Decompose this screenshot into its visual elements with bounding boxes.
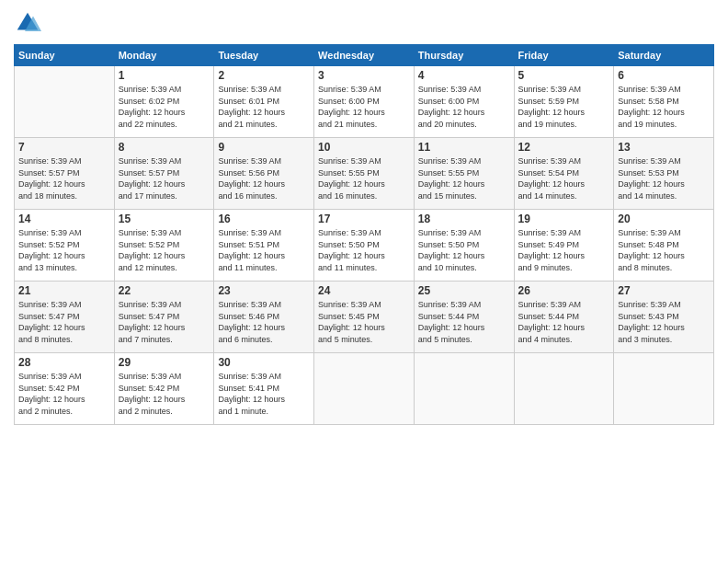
page: SundayMondayTuesdayWednesdayThursdayFrid… [0, 0, 728, 563]
day-info: Sunrise: 5:39 AM Sunset: 5:47 PM Dayligh… [119, 299, 210, 345]
day-info: Sunrise: 5:39 AM Sunset: 5:57 PM Dayligh… [119, 155, 210, 201]
calendar-cell: 2Sunrise: 5:39 AM Sunset: 6:01 PM Daylig… [214, 66, 314, 138]
day-number: 2 [218, 69, 310, 82]
day-info: Sunrise: 5:39 AM Sunset: 5:43 PM Dayligh… [618, 299, 710, 345]
calendar-cell: 4Sunrise: 5:39 AM Sunset: 6:00 PM Daylig… [414, 66, 514, 138]
day-info: Sunrise: 5:39 AM Sunset: 5:52 PM Dayligh… [119, 227, 210, 273]
calendar-cell: 14Sunrise: 5:39 AM Sunset: 5:52 PM Dayli… [15, 210, 115, 282]
day-number: 14 [18, 213, 110, 225]
day-info: Sunrise: 5:39 AM Sunset: 5:44 PM Dayligh… [418, 299, 510, 345]
day-info: Sunrise: 5:39 AM Sunset: 5:55 PM Dayligh… [418, 155, 510, 201]
calendar-cell: 8Sunrise: 5:39 AM Sunset: 5:57 PM Daylig… [114, 138, 214, 210]
day-number: 21 [18, 284, 110, 297]
day-number: 20 [618, 213, 710, 225]
day-info: Sunrise: 5:39 AM Sunset: 5:50 PM Dayligh… [418, 227, 510, 273]
day-info: Sunrise: 5:39 AM Sunset: 5:51 PM Dayligh… [218, 227, 310, 273]
header-friday: Friday [514, 45, 614, 66]
week-row-1: 7Sunrise: 5:39 AM Sunset: 5:57 PM Daylig… [15, 138, 714, 210]
calendar-cell: 30Sunrise: 5:39 AM Sunset: 5:41 PM Dayli… [214, 353, 314, 425]
day-info: Sunrise: 5:39 AM Sunset: 6:00 PM Dayligh… [418, 84, 510, 130]
header-monday: Monday [114, 45, 214, 66]
header-wednesday: Wednesday [314, 45, 415, 66]
calendar-header-row: SundayMondayTuesdayWednesdayThursdayFrid… [15, 45, 714, 66]
day-info: Sunrise: 5:39 AM Sunset: 5:56 PM Dayligh… [218, 155, 310, 201]
calendar-cell: 11Sunrise: 5:39 AM Sunset: 5:55 PM Dayli… [414, 138, 514, 210]
day-info: Sunrise: 5:39 AM Sunset: 5:58 PM Dayligh… [618, 84, 710, 130]
calendar-cell: 15Sunrise: 5:39 AM Sunset: 5:52 PM Dayli… [114, 210, 214, 282]
day-info: Sunrise: 5:39 AM Sunset: 5:57 PM Dayligh… [18, 155, 110, 201]
day-number: 12 [518, 141, 610, 154]
calendar-cell: 10Sunrise: 5:39 AM Sunset: 5:55 PM Dayli… [314, 138, 415, 210]
day-number: 15 [119, 213, 210, 225]
day-number: 19 [518, 213, 610, 225]
calendar-cell: 1Sunrise: 5:39 AM Sunset: 6:02 PM Daylig… [114, 66, 214, 138]
calendar-cell [15, 66, 115, 138]
calendar-cell [414, 353, 514, 425]
week-row-2: 14Sunrise: 5:39 AM Sunset: 5:52 PM Dayli… [15, 210, 714, 282]
calendar-cell: 25Sunrise: 5:39 AM Sunset: 5:44 PM Dayli… [414, 282, 514, 353]
calendar-cell: 28Sunrise: 5:39 AM Sunset: 5:42 PM Dayli… [15, 353, 115, 425]
day-number: 5 [518, 69, 610, 82]
calendar-cell: 5Sunrise: 5:39 AM Sunset: 5:59 PM Daylig… [514, 66, 614, 138]
day-number: 29 [119, 356, 210, 369]
day-info: Sunrise: 5:39 AM Sunset: 5:52 PM Dayligh… [18, 227, 110, 273]
calendar-cell: 18Sunrise: 5:39 AM Sunset: 5:50 PM Dayli… [414, 210, 514, 282]
calendar-cell: 19Sunrise: 5:39 AM Sunset: 5:49 PM Dayli… [514, 210, 614, 282]
day-number: 16 [218, 213, 310, 225]
day-number: 26 [518, 284, 610, 297]
calendar-cell: 24Sunrise: 5:39 AM Sunset: 5:45 PM Dayli… [314, 282, 415, 353]
header-tuesday: Tuesday [214, 45, 314, 66]
day-info: Sunrise: 5:39 AM Sunset: 6:01 PM Dayligh… [218, 84, 310, 130]
logo-icon [14, 9, 41, 37]
day-info: Sunrise: 5:39 AM Sunset: 6:00 PM Dayligh… [318, 84, 410, 130]
calendar-cell: 16Sunrise: 5:39 AM Sunset: 5:51 PM Dayli… [214, 210, 314, 282]
calendar-cell: 12Sunrise: 5:39 AM Sunset: 5:54 PM Dayli… [514, 138, 614, 210]
day-info: Sunrise: 5:39 AM Sunset: 5:53 PM Dayligh… [618, 155, 710, 201]
day-number: 8 [119, 141, 210, 154]
day-number: 28 [18, 356, 110, 369]
week-row-4: 28Sunrise: 5:39 AM Sunset: 5:42 PM Dayli… [15, 353, 714, 425]
calendar-table: SundayMondayTuesdayWednesdayThursdayFrid… [14, 44, 714, 425]
calendar-cell [614, 353, 714, 425]
day-info: Sunrise: 5:39 AM Sunset: 6:02 PM Dayligh… [119, 84, 210, 130]
calendar-cell: 23Sunrise: 5:39 AM Sunset: 5:46 PM Dayli… [214, 282, 314, 353]
calendar-cell: 26Sunrise: 5:39 AM Sunset: 5:44 PM Dayli… [514, 282, 614, 353]
calendar-cell: 22Sunrise: 5:39 AM Sunset: 5:47 PM Dayli… [114, 282, 214, 353]
day-number: 7 [18, 141, 110, 154]
header-sunday: Sunday [15, 45, 115, 66]
day-number: 11 [418, 141, 510, 154]
day-number: 23 [218, 284, 310, 297]
day-number: 17 [318, 213, 410, 225]
day-info: Sunrise: 5:39 AM Sunset: 5:55 PM Dayligh… [318, 155, 410, 201]
day-info: Sunrise: 5:39 AM Sunset: 5:54 PM Dayligh… [518, 155, 610, 201]
day-info: Sunrise: 5:39 AM Sunset: 5:49 PM Dayligh… [518, 227, 610, 273]
day-info: Sunrise: 5:39 AM Sunset: 5:44 PM Dayligh… [518, 299, 610, 345]
day-info: Sunrise: 5:39 AM Sunset: 5:42 PM Dayligh… [18, 371, 110, 417]
day-info: Sunrise: 5:39 AM Sunset: 5:48 PM Dayligh… [618, 227, 710, 273]
day-number: 9 [218, 141, 310, 154]
calendar-cell: 29Sunrise: 5:39 AM Sunset: 5:42 PM Dayli… [114, 353, 214, 425]
day-number: 4 [418, 69, 510, 82]
calendar-cell: 17Sunrise: 5:39 AM Sunset: 5:50 PM Dayli… [314, 210, 415, 282]
calendar-cell: 21Sunrise: 5:39 AM Sunset: 5:47 PM Dayli… [15, 282, 115, 353]
day-number: 25 [418, 284, 510, 297]
day-info: Sunrise: 5:39 AM Sunset: 5:46 PM Dayligh… [218, 299, 310, 345]
day-number: 24 [318, 284, 410, 297]
day-number: 27 [618, 284, 710, 297]
header-thursday: Thursday [414, 45, 514, 66]
logo [14, 9, 43, 37]
calendar-cell [314, 353, 415, 425]
calendar-cell: 6Sunrise: 5:39 AM Sunset: 5:58 PM Daylig… [614, 66, 714, 138]
week-row-0: 1Sunrise: 5:39 AM Sunset: 6:02 PM Daylig… [15, 66, 714, 138]
calendar-cell: 7Sunrise: 5:39 AM Sunset: 5:57 PM Daylig… [15, 138, 115, 210]
day-info: Sunrise: 5:39 AM Sunset: 5:47 PM Dayligh… [18, 299, 110, 345]
day-info: Sunrise: 5:39 AM Sunset: 5:59 PM Dayligh… [518, 84, 610, 130]
day-info: Sunrise: 5:39 AM Sunset: 5:42 PM Dayligh… [119, 371, 210, 417]
calendar-cell: 9Sunrise: 5:39 AM Sunset: 5:56 PM Daylig… [214, 138, 314, 210]
header-saturday: Saturday [614, 45, 714, 66]
calendar-cell [514, 353, 614, 425]
calendar-cell: 20Sunrise: 5:39 AM Sunset: 5:48 PM Dayli… [614, 210, 714, 282]
calendar-cell: 3Sunrise: 5:39 AM Sunset: 6:00 PM Daylig… [314, 66, 415, 138]
day-info: Sunrise: 5:39 AM Sunset: 5:41 PM Dayligh… [218, 371, 310, 417]
day-number: 3 [318, 69, 410, 82]
